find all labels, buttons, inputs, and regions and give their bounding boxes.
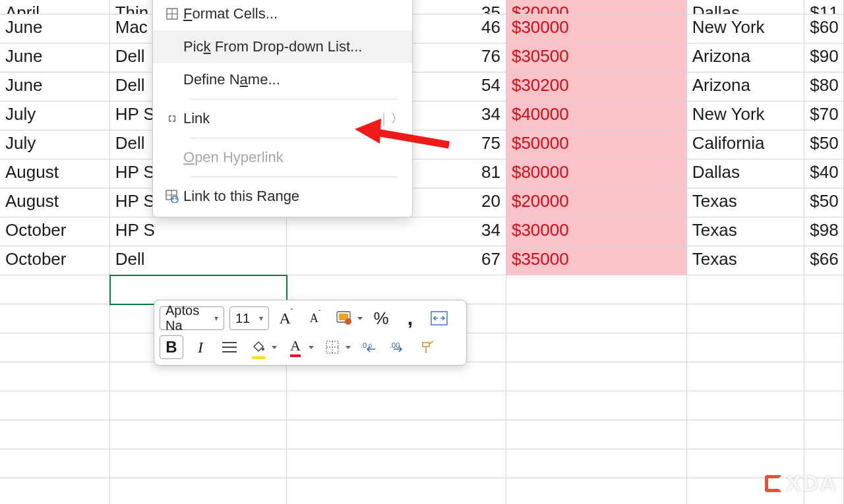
cell-tail[interactable]: $50 bbox=[804, 130, 844, 159]
decrease-decimal-button[interactable]: .00 bbox=[386, 335, 410, 359]
cell-amount[interactable]: $35000 bbox=[506, 246, 687, 275]
cell[interactable] bbox=[506, 362, 687, 391]
cell[interactable] bbox=[804, 420, 844, 449]
cell[interactable] bbox=[506, 449, 687, 478]
cell[interactable] bbox=[804, 362, 844, 391]
cell[interactable] bbox=[804, 333, 844, 362]
cell-month[interactable]: June bbox=[0, 43, 110, 72]
cell-tail[interactable]: $98 bbox=[804, 217, 844, 246]
cell[interactable] bbox=[0, 333, 110, 362]
cell[interactable] bbox=[506, 333, 687, 362]
cell-brand[interactable]: HP S bbox=[110, 217, 287, 246]
cell-month[interactable]: June bbox=[0, 72, 110, 101]
table-row[interactable] bbox=[0, 420, 844, 449]
format-painter-button[interactable] bbox=[415, 335, 439, 359]
increase-font-button[interactable]: Aˆ bbox=[274, 306, 298, 330]
table-row[interactable] bbox=[0, 391, 844, 420]
table-row[interactable]: June Dell 76 $30500 Arizona $90 bbox=[0, 43, 844, 72]
cell[interactable] bbox=[110, 420, 287, 449]
cell[interactable] bbox=[287, 391, 506, 420]
cell[interactable] bbox=[110, 362, 287, 391]
cell-tail[interactable]: $11 bbox=[804, 0, 844, 14]
cell[interactable] bbox=[687, 420, 805, 449]
cell-tail[interactable]: $80 bbox=[804, 72, 844, 101]
font-color-button[interactable]: A bbox=[284, 335, 307, 359]
cell[interactable] bbox=[287, 449, 506, 478]
cell[interactable] bbox=[687, 333, 805, 362]
spreadsheet-grid[interactable]: April Thin 35 $20000 Dallas $11 June Mac… bbox=[0, 0, 844, 504]
cell[interactable] bbox=[0, 420, 110, 449]
cell-city[interactable]: Texas bbox=[687, 217, 805, 246]
cell-amount[interactable]: $80000 bbox=[506, 159, 687, 188]
cell-tail[interactable]: $90 bbox=[804, 43, 844, 72]
comma-button[interactable]: , bbox=[398, 306, 422, 330]
menu-link-to-range[interactable]: Link to this Range bbox=[153, 180, 412, 213]
cell[interactable] bbox=[687, 362, 805, 391]
italic-button[interactable]: I bbox=[189, 335, 212, 359]
table-row[interactable]: August HP S 20 $20000 Texas $50 bbox=[0, 188, 844, 217]
cell-qty[interactable]: 67 bbox=[287, 246, 506, 275]
table-row[interactable]: August HP S 81 $80000 Dallas $40 bbox=[0, 159, 844, 188]
cell-tail[interactable]: $70 bbox=[804, 101, 844, 130]
cell-month[interactable]: October bbox=[0, 246, 110, 275]
cell[interactable] bbox=[0, 391, 110, 420]
table-row[interactable]: October HP S 34 $30000 Texas $98 bbox=[0, 217, 844, 246]
table-row[interactable] bbox=[0, 362, 844, 391]
cell-tail[interactable]: $50 bbox=[804, 188, 844, 217]
table-row[interactable] bbox=[0, 449, 844, 478]
cell-month[interactable]: June bbox=[0, 14, 110, 43]
table-row[interactable]: October Dell 67 $35000 Texas $66 bbox=[0, 246, 844, 275]
fill-color-button[interactable] bbox=[247, 335, 270, 359]
cell[interactable] bbox=[110, 449, 287, 478]
cell-city[interactable]: Dallas bbox=[687, 159, 805, 188]
cell[interactable] bbox=[506, 391, 687, 420]
cell[interactable] bbox=[506, 478, 687, 504]
cell[interactable] bbox=[506, 420, 687, 449]
cell-month[interactable]: July bbox=[0, 130, 110, 159]
table-row[interactable]: July Dell 75 $50000 California $50 bbox=[0, 130, 844, 159]
table-row[interactable]: July HP S 34 $40000 New York $70 bbox=[0, 101, 844, 130]
decrease-font-button[interactable]: Aˇ bbox=[303, 306, 327, 330]
cell[interactable] bbox=[287, 420, 506, 449]
cell[interactable] bbox=[687, 304, 805, 333]
borders-button[interactable] bbox=[320, 335, 344, 359]
cell-amount[interactable]: $20000 bbox=[506, 0, 687, 14]
cell[interactable] bbox=[687, 275, 805, 304]
font-name-select[interactable]: Aptos Na ▾ bbox=[160, 306, 224, 330]
cell-tail[interactable]: $60 bbox=[804, 14, 844, 43]
cell-tail[interactable]: $66 bbox=[804, 246, 844, 275]
cell-amount[interactable]: $30000 bbox=[506, 14, 687, 43]
cell[interactable] bbox=[804, 275, 844, 304]
cell-styles-button[interactable] bbox=[332, 306, 356, 330]
cell-city[interactable]: Arizona bbox=[687, 72, 805, 101]
cell-city[interactable]: Texas bbox=[687, 246, 805, 275]
cell-month[interactable]: August bbox=[0, 159, 110, 188]
menu-define-name[interactable]: Define Name... bbox=[153, 63, 412, 96]
cell-amount[interactable]: $40000 bbox=[506, 101, 687, 130]
cell-month[interactable]: July bbox=[0, 101, 110, 130]
cell-amount[interactable]: $20000 bbox=[506, 188, 687, 217]
table-row[interactable]: June Mac 46 $30000 New York $60 bbox=[0, 14, 844, 43]
menu-link[interactable]: Link | 〉 bbox=[153, 102, 412, 135]
cell[interactable] bbox=[0, 275, 110, 304]
cell-brand[interactable]: Dell bbox=[110, 246, 287, 275]
cell-amount[interactable]: $50000 bbox=[506, 130, 687, 159]
cell-qty[interactable]: 34 bbox=[287, 217, 506, 246]
cell-month[interactable]: August bbox=[0, 188, 110, 217]
cell-month[interactable]: October bbox=[0, 217, 110, 246]
merge-center-button[interactable] bbox=[427, 306, 451, 330]
cell[interactable] bbox=[0, 304, 110, 333]
increase-decimal-button[interactable]: .00 bbox=[357, 335, 381, 359]
cell-tail[interactable]: $40 bbox=[804, 159, 844, 188]
cell[interactable] bbox=[506, 304, 687, 333]
table-row[interactable]: April Thin 35 $20000 Dallas $11 bbox=[0, 0, 844, 14]
cell-city[interactable]: California bbox=[687, 130, 805, 159]
align-button[interactable] bbox=[218, 335, 241, 359]
cell[interactable] bbox=[287, 362, 506, 391]
cell-city[interactable]: New York bbox=[687, 101, 805, 130]
cell-amount[interactable]: $30000 bbox=[506, 217, 687, 246]
cell[interactable] bbox=[110, 391, 287, 420]
cell[interactable] bbox=[804, 391, 844, 420]
cell[interactable] bbox=[0, 449, 110, 478]
font-size-select[interactable]: 11 ▾ bbox=[229, 306, 269, 330]
